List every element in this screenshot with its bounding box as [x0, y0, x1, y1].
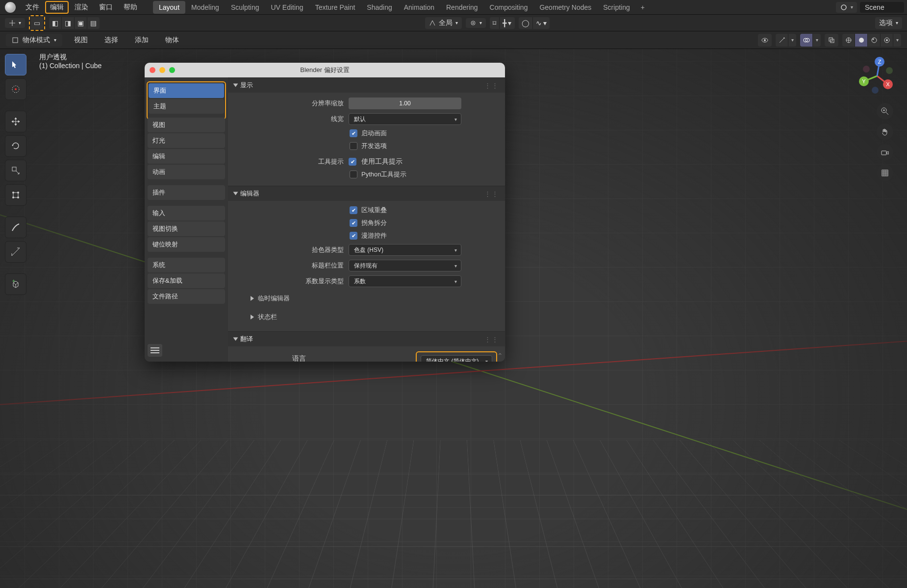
tool-move[interactable]: [5, 111, 26, 132]
header-pos-select[interactable]: 保持现有: [349, 260, 461, 271]
sel-vis-3[interactable]: ▣: [75, 17, 87, 29]
sidebar-system[interactable]: 系统: [148, 258, 225, 272]
zoom-window-button[interactable]: [169, 67, 175, 73]
dev-extras-checkbox[interactable]: [350, 142, 357, 150]
sel-vis-4[interactable]: ▤: [87, 17, 100, 29]
line-width-select[interactable]: 默认: [349, 113, 461, 125]
tool-annotate[interactable]: [5, 217, 26, 238]
sidebar-input[interactable]: 输入: [148, 206, 225, 220]
preferences-titlebar[interactable]: Blender 偏好设置: [145, 63, 505, 77]
orientation-label: 全局: [439, 19, 453, 27]
sidebar-navigation[interactable]: 视图切换: [148, 221, 225, 236]
sidebar-filepaths[interactable]: 文件路径: [148, 289, 225, 304]
tab-compositing[interactable]: Compositing: [484, 1, 534, 14]
factor-type-select[interactable]: 系数: [349, 275, 461, 287]
menu-file[interactable]: 文件: [21, 1, 44, 14]
scene-name-field[interactable]: Scene: [860, 2, 904, 13]
panel-display-header[interactable]: 显示 ⋮⋮: [228, 78, 505, 93]
overlay-toggle[interactable]: [800, 34, 813, 47]
orientation-dropdown[interactable]: ▾: [5, 18, 25, 28]
tab-animation[interactable]: Animation: [398, 1, 440, 14]
tool-rotate[interactable]: [5, 135, 26, 157]
tab-sculpting[interactable]: Sculpting: [225, 1, 265, 14]
nav-perspective[interactable]: [877, 165, 893, 181]
picker-type-select[interactable]: 色盘 (HSV): [349, 244, 461, 256]
tab-shading[interactable]: Shading: [361, 1, 398, 14]
shading-solid[interactable]: [855, 34, 868, 47]
tab-modeling[interactable]: Modeling: [185, 1, 225, 14]
panel-translation-header[interactable]: 翻译 ⋮⋮: [228, 332, 505, 346]
nav-pan[interactable]: [877, 123, 893, 140]
tab-rendering[interactable]: Rendering: [440, 1, 484, 14]
svg-text:Z: Z: [878, 59, 882, 65]
menu-help[interactable]: 帮助: [119, 1, 142, 14]
shading-wireframe[interactable]: [842, 34, 855, 47]
sidebar-lights[interactable]: 灯光: [148, 133, 225, 148]
sel-vis-2[interactable]: ◨: [62, 17, 75, 29]
sidebar-editing[interactable]: 编辑: [148, 149, 225, 164]
tab-scripting[interactable]: Scripting: [597, 1, 635, 14]
use-tooltips-checkbox[interactable]: [349, 158, 356, 166]
snap-mode[interactable]: ╋ ▾: [500, 17, 515, 29]
language-select[interactable]: 简体中文 (简体中文): [421, 355, 492, 362]
xray-toggle[interactable]: [825, 34, 838, 47]
sidebar-saveload[interactable]: 保存&加载: [148, 273, 225, 288]
sidebar-addons[interactable]: 插件: [148, 185, 225, 200]
minimize-window-button[interactable]: [159, 67, 165, 73]
menu-window[interactable]: 窗口: [94, 1, 118, 14]
python-tooltips-checkbox[interactable]: [350, 171, 357, 178]
sidebar-animation[interactable]: 动画: [148, 165, 225, 179]
prefs-hamburger-button[interactable]: [148, 344, 162, 357]
menu-edit[interactable]: 编辑: [45, 1, 69, 14]
gizmo-dropdown[interactable]: ▾: [788, 34, 796, 47]
vp-menu-add[interactable]: 添加: [130, 34, 153, 47]
res-scale-field[interactable]: 1.00: [349, 98, 461, 109]
tool-transform[interactable]: [5, 184, 26, 206]
shading-rendered[interactable]: [881, 34, 893, 47]
sidebar-interface[interactable]: 界面: [149, 83, 224, 98]
tool-scale[interactable]: [5, 160, 26, 181]
add-workspace-button[interactable]: +: [636, 1, 650, 13]
corner-split-checkbox[interactable]: [350, 219, 357, 227]
tool-select-box[interactable]: [5, 54, 26, 75]
tool-cursor[interactable]: [5, 78, 26, 100]
tool-measure[interactable]: [5, 241, 26, 263]
temp-editors-subpanel[interactable]: 临时编辑器: [236, 291, 497, 306]
sidebar-viewport[interactable]: 视图: [148, 118, 225, 132]
select-mode-pill[interactable]: ▭: [31, 17, 43, 29]
tab-layout[interactable]: Layout: [153, 1, 185, 14]
visibility-dropdown[interactable]: [758, 34, 772, 47]
vp-menu-object[interactable]: 物体: [160, 34, 184, 47]
tab-geometry-nodes[interactable]: Geometry Nodes: [533, 1, 597, 14]
tab-uv-editing[interactable]: UV Editing: [265, 1, 309, 14]
options-dropdown[interactable]: 选项 ▾: [875, 17, 902, 29]
sidebar-keymap[interactable]: 键位映射: [148, 237, 225, 252]
tab-texture-paint[interactable]: Texture Paint: [309, 1, 361, 14]
sidebar-themes[interactable]: 主题: [149, 99, 224, 114]
tool-add-primitive[interactable]: +: [5, 273, 26, 295]
menu-render[interactable]: 渲染: [70, 1, 93, 14]
region-overlap-checkbox[interactable]: [350, 206, 357, 214]
proportional-falloff[interactable]: ∿ ▾: [533, 17, 550, 29]
shading-dropdown[interactable]: ▾: [893, 34, 901, 47]
overlay-dropdown[interactable]: ▾: [813, 34, 821, 47]
object-mode-select[interactable]: 物体模式 ▾: [6, 34, 62, 47]
splash-checkbox[interactable]: [350, 129, 357, 137]
gizmo-toggle[interactable]: [776, 34, 788, 47]
nav-controls-checkbox[interactable]: [350, 232, 357, 240]
statusbar-subpanel[interactable]: 状态栏: [236, 310, 497, 324]
snap-toggle[interactable]: ⌑: [490, 17, 500, 29]
nav-gizmo[interactable]: X Y Z: [857, 56, 897, 96]
shading-material[interactable]: [868, 34, 881, 47]
panel-editors-header[interactable]: 编辑器 ⋮⋮: [228, 186, 505, 201]
pivot-dropdown[interactable]: ▾: [466, 18, 486, 28]
proportional-toggle[interactable]: ◯: [519, 17, 533, 29]
nav-camera[interactable]: [877, 144, 893, 161]
vp-menu-view[interactable]: 视图: [69, 34, 93, 47]
close-window-button[interactable]: [150, 67, 155, 73]
sel-vis-1[interactable]: ◧: [49, 17, 62, 29]
vp-menu-select[interactable]: 选择: [100, 34, 123, 47]
scene-browse-button[interactable]: ▾: [836, 2, 857, 13]
transform-orientation[interactable]: 全局 ▾: [425, 17, 462, 29]
nav-zoom[interactable]: [877, 103, 893, 120]
